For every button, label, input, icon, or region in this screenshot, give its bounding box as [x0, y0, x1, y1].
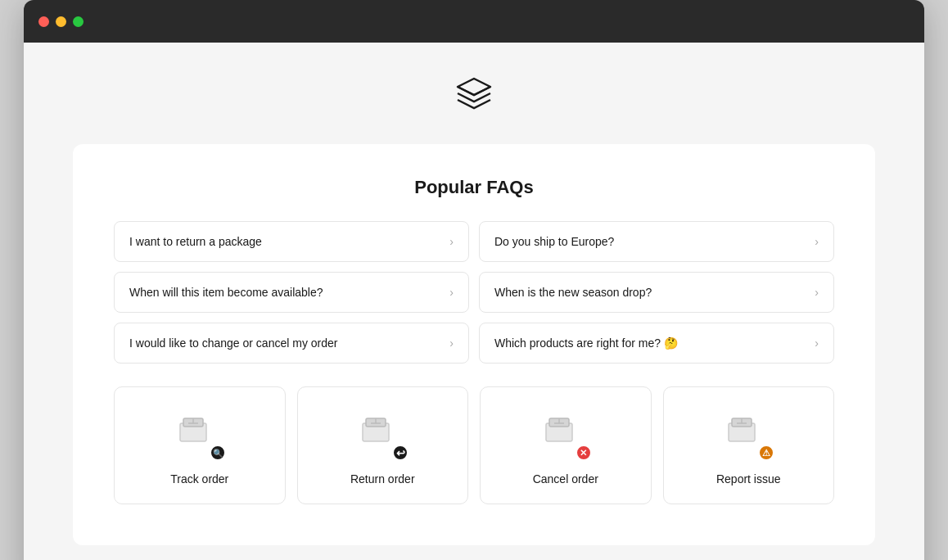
- action-card-report[interactable]: ⚠ Report issue: [663, 386, 835, 504]
- faq-grid: I want to return a package › Do you ship…: [114, 221, 834, 364]
- close-button[interactable]: [38, 16, 49, 27]
- main-content: Popular FAQs I want to return a package …: [24, 43, 924, 560]
- maximize-button[interactable]: [73, 16, 84, 27]
- faq-item-faq-2[interactable]: Do you ship to Europe? ›: [479, 221, 834, 262]
- chevron-right-icon: ›: [449, 235, 454, 248]
- faq-text: When is the new season drop?: [494, 286, 652, 299]
- faq-item-faq-6[interactable]: Which products are right for me? 🤔 ›: [479, 323, 834, 364]
- badge-icon-return: ↩: [392, 445, 409, 461]
- chevron-right-icon: ›: [815, 235, 819, 248]
- faq-text: When will this item become available?: [129, 286, 323, 299]
- faq-item-faq-3[interactable]: When will this item become available? ›: [114, 272, 469, 313]
- section-title: Popular FAQs: [114, 177, 834, 198]
- faq-item-faq-1[interactable]: I want to return a package ›: [114, 221, 469, 262]
- logo-area: [73, 75, 875, 115]
- faq-section: Popular FAQs I want to return a package …: [73, 144, 875, 545]
- action-card-return[interactable]: ↩ Return order: [297, 386, 469, 504]
- faq-item-faq-4[interactable]: When is the new season drop? ›: [479, 272, 834, 313]
- action-card-track[interactable]: 🔍 Track order: [114, 386, 286, 504]
- badge-icon-track: 🔍: [210, 445, 226, 461]
- app-window: Popular FAQs I want to return a package …: [24, 0, 924, 560]
- brand-logo: [454, 75, 494, 115]
- faq-text: Do you ship to Europe?: [494, 235, 614, 248]
- faq-text: I would like to change or cancel my orde…: [129, 336, 337, 350]
- action-card-cancel[interactable]: ✕ Cancel order: [480, 386, 652, 504]
- action-label-report: Report issue: [716, 472, 781, 485]
- badge-icon-cancel: ✕: [576, 445, 592, 461]
- action-icon-report: ⚠: [724, 410, 773, 459]
- action-icon-cancel: ✕: [541, 410, 590, 459]
- minimize-button[interactable]: [56, 16, 66, 27]
- action-grid: 🔍 Track order ↩ Return order ✕ Cancel or…: [114, 386, 834, 504]
- chevron-right-icon: ›: [815, 286, 819, 299]
- chevron-right-icon: ›: [815, 336, 819, 350]
- action-label-cancel: Cancel order: [533, 472, 598, 485]
- action-label-track: Track order: [170, 472, 228, 485]
- chevron-right-icon: ›: [449, 286, 454, 299]
- chevron-right-icon: ›: [449, 336, 454, 350]
- action-label-return: Return order: [350, 472, 415, 485]
- badge-icon-report: ⚠: [758, 445, 774, 461]
- titlebar: [24, 0, 924, 43]
- faq-text: I want to return a package: [129, 235, 262, 248]
- faq-item-faq-5[interactable]: I would like to change or cancel my orde…: [114, 323, 469, 364]
- action-icon-return: ↩: [358, 410, 407, 459]
- faq-text: Which products are right for me? 🤔: [494, 336, 678, 350]
- action-icon-track: 🔍: [175, 410, 224, 459]
